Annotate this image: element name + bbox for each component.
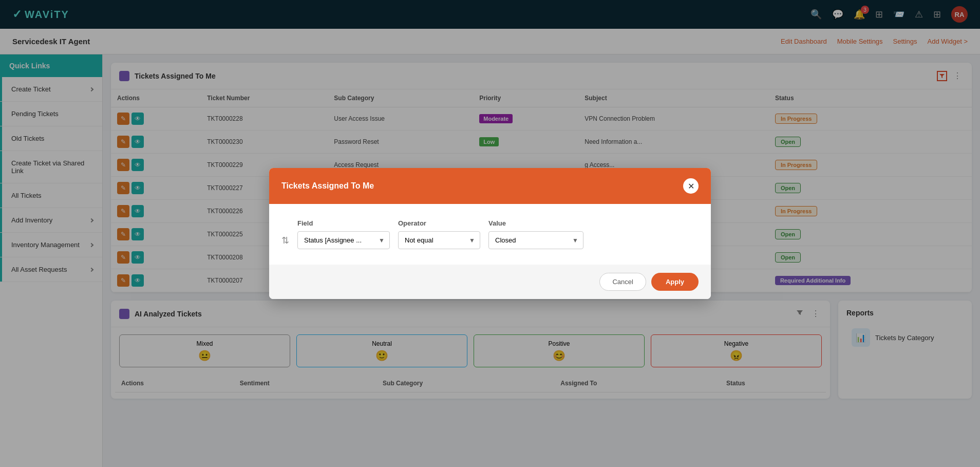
value-select-wrapper: Closed Open In Progress Required Additio…: [488, 231, 583, 249]
filter-value-group: Value Closed Open In Progress Required A…: [488, 219, 583, 249]
operator-select[interactable]: Not equal Equal Contains Does not contai…: [398, 231, 480, 249]
apply-button[interactable]: Apply: [651, 273, 699, 291]
cancel-button[interactable]: Cancel: [599, 273, 646, 291]
filter-field-group: Field Status [Assignee ... Priority Tick…: [297, 219, 390, 249]
field-select-wrapper: Status [Assignee ... Priority Ticket Num…: [297, 231, 390, 249]
modal-footer: Cancel Apply: [269, 265, 711, 299]
filter-modal: Tickets Assigned To Me ✕ ⇅ Field Status …: [269, 168, 711, 299]
value-select[interactable]: Closed Open In Progress Required Additio…: [488, 231, 583, 249]
operator-select-wrapper: Not equal Equal Contains Does not contai…: [398, 231, 480, 249]
modal-header: Tickets Assigned To Me ✕: [269, 168, 711, 204]
field-select[interactable]: Status [Assignee ... Priority Ticket Num…: [297, 231, 390, 249]
modal-overlay[interactable]: Tickets Assigned To Me ✕ ⇅ Field Status …: [0, 0, 980, 467]
field-label: Field: [297, 219, 390, 227]
filter-row: ⇅ Field Status [Assignee ... Priority Ti…: [281, 219, 699, 249]
modal-title: Tickets Assigned To Me: [281, 181, 374, 191]
value-label: Value: [488, 219, 583, 227]
modal-close-button[interactable]: ✕: [683, 178, 699, 194]
operator-label: Operator: [398, 219, 480, 227]
modal-body: ⇅ Field Status [Assignee ... Priority Ti…: [269, 204, 711, 265]
sort-icon[interactable]: ⇅: [281, 235, 289, 246]
filter-operator-group: Operator Not equal Equal Contains Does n…: [398, 219, 480, 249]
